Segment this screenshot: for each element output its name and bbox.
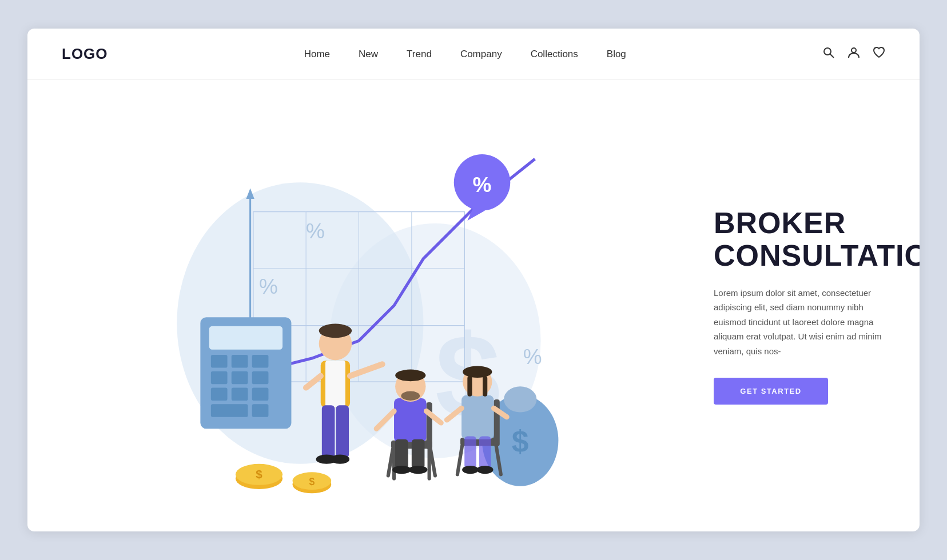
svg-rect-29	[232, 387, 248, 401]
svg-text:$: $	[309, 476, 315, 487]
cta-button[interactable]: GET STARTED	[714, 378, 828, 405]
svg-rect-32	[252, 404, 269, 417]
nav-item-blog[interactable]: Blog	[607, 49, 626, 59]
svg-rect-46	[322, 405, 335, 458]
svg-text:$: $	[512, 425, 529, 458]
svg-rect-26	[232, 371, 248, 385]
svg-point-60	[395, 370, 425, 382]
svg-point-81	[462, 466, 479, 474]
svg-rect-76	[483, 376, 487, 397]
svg-point-51	[331, 454, 349, 463]
svg-rect-28	[211, 387, 228, 401]
svg-rect-25	[211, 371, 228, 385]
svg-rect-47	[336, 405, 349, 458]
svg-rect-45	[325, 361, 345, 407]
svg-point-67	[409, 466, 428, 474]
nav-item-home[interactable]: Home	[304, 49, 330, 59]
svg-point-66	[392, 466, 411, 474]
svg-rect-27	[252, 371, 269, 385]
svg-text:%: %	[473, 173, 492, 197]
svg-rect-21	[209, 326, 282, 350]
svg-line-1	[830, 54, 834, 58]
nav-item-company[interactable]: Company	[460, 49, 502, 59]
svg-rect-72	[461, 395, 494, 439]
svg-text:%: %	[523, 345, 542, 369]
svg-text:%: %	[259, 275, 278, 298]
svg-rect-80	[479, 437, 491, 469]
user-icon[interactable]	[847, 46, 860, 62]
svg-point-61	[401, 391, 420, 401]
svg-rect-23	[232, 355, 248, 368]
svg-rect-65	[412, 439, 425, 469]
svg-rect-31	[211, 404, 248, 417]
search-icon[interactable]	[822, 46, 835, 62]
text-area: BROKER CONSULTATION Lorem ipsum dolor si…	[691, 80, 920, 531]
nav-item-trend[interactable]: Trend	[407, 49, 432, 59]
illustration-area: $ % % % %	[27, 80, 691, 531]
nav-item-collections[interactable]: Collections	[531, 49, 578, 59]
heart-icon[interactable]	[873, 46, 885, 62]
svg-point-2	[851, 48, 856, 53]
nav-item-new[interactable]: New	[359, 49, 378, 59]
nav-links: Home New Trend Company Collections Blog	[304, 49, 626, 60]
svg-rect-30	[252, 387, 269, 401]
svg-point-0	[824, 48, 831, 55]
svg-point-82	[477, 466, 494, 474]
svg-rect-79	[464, 437, 476, 469]
svg-rect-64	[395, 439, 408, 469]
svg-rect-75	[467, 376, 472, 397]
svg-line-54	[388, 449, 393, 475]
hero-description: Lorem ipsum dolor sit amet, consectetuer…	[714, 286, 885, 359]
svg-point-43	[319, 324, 352, 338]
main-content: $ % % % %	[27, 80, 920, 531]
svg-rect-58	[394, 398, 426, 442]
logo: LOGO	[62, 45, 108, 63]
svg-text:$: $	[256, 468, 262, 481]
hero-title: BROKER CONSULTATION	[714, 207, 885, 272]
svg-point-74	[463, 366, 492, 378]
navbar: LOGO Home New Trend Company Collections …	[27, 29, 920, 80]
svg-point-34	[504, 386, 536, 412]
svg-rect-22	[211, 355, 228, 368]
nav-icons	[822, 46, 885, 62]
svg-text:%: %	[306, 219, 325, 243]
page-wrapper: LOGO Home New Trend Company Collections …	[27, 29, 920, 531]
svg-rect-24	[252, 355, 269, 368]
